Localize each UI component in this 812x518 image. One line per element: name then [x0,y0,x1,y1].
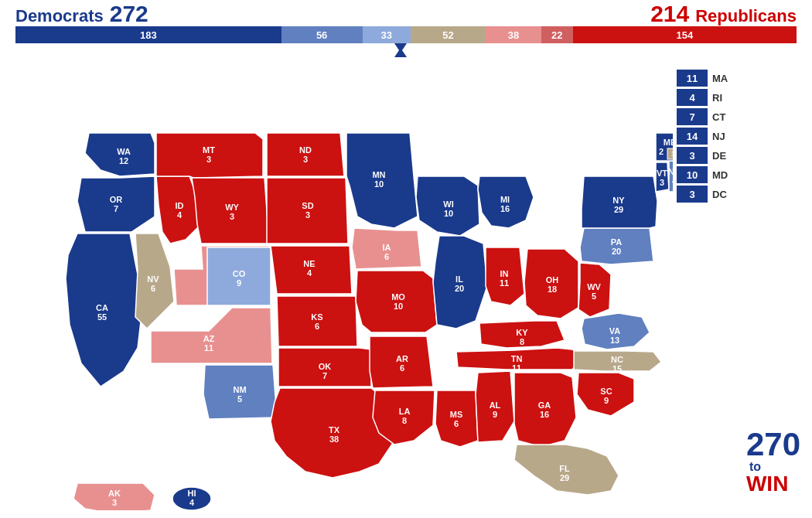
bar-arrows [15,43,797,57]
state-SD[interactable] [267,178,348,244]
bar-segment-6: 154 [573,26,797,43]
state-SC[interactable] [577,373,634,416]
state-OR[interactable] [77,176,155,232]
logo: 270 to WIN [746,428,800,495]
state-MS[interactable] [435,390,478,447]
right-state-DE[interactable]: 3DE [677,147,800,164]
right-panel: 11MA4RI7CT14NJ3DE10MD3DC 270 to WIN [677,62,808,510]
state-WA[interactable] [85,133,155,176]
state-AZ[interactable] [151,308,272,363]
rep-arrow [394,48,407,57]
logo-win: WIN [746,473,800,495]
right-state-MD[interactable]: 10MD [677,166,800,183]
state-FL[interactable] [514,445,619,495]
state-AL[interactable] [476,371,514,442]
state-KY[interactable] [479,321,565,348]
state-WI[interactable] [416,176,479,236]
state-NY[interactable] [582,176,657,228]
state-ND[interactable] [267,133,344,176]
dem-count: 272 [110,1,148,27]
state-HI[interactable] [172,487,211,510]
bar-segment-0: 183 [15,26,281,43]
logo-270: 270 [746,426,800,462]
state-MI[interactable] [478,176,534,228]
state-MT[interactable] [156,133,263,178]
state-OK[interactable] [278,348,371,387]
state-OH[interactable] [524,249,578,319]
right-state-MA[interactable]: 11MA [677,70,800,87]
state-CO[interactable] [207,247,271,305]
state-NH[interactable] [669,161,673,192]
state-WY[interactable] [192,178,269,244]
us-map-svg: WA 12 OR 7 CA 55 NV 6 ID 4 MT 3 WY 3 UT … [0,62,673,510]
state-NM[interactable] [203,365,277,419]
state-TN[interactable] [456,348,584,370]
state-NE[interactable] [271,246,352,294]
state-VT[interactable] [656,162,669,192]
right-state-NJ[interactable]: 14NJ [677,128,800,145]
state-VA[interactable] [582,313,650,349]
state-AK[interactable] [73,483,155,510]
bar-segment-2: 33 [363,26,411,43]
us-map-container: WA 12 OR 7 CA 55 NV 6 ID 4 MT 3 WY 3 UT … [0,62,673,510]
state-IL[interactable] [433,236,487,329]
bar-segment-3: 52 [411,26,486,43]
right-state-RI[interactable]: 4RI [677,89,800,106]
state-ME1-label: 1 [670,150,673,158]
state-IA[interactable] [352,228,421,269]
state-MN[interactable] [346,133,418,228]
rep-label: Republicans [695,6,797,26]
state-KS[interactable] [277,296,357,346]
bar-segment-4: 38 [486,26,541,43]
rep-count: 214 [650,1,689,27]
state-PA[interactable] [580,228,653,264]
right-state-CT[interactable]: 7CT [677,108,800,125]
state-MO[interactable] [356,271,437,332]
state-NC[interactable] [574,351,661,371]
state-CA[interactable] [66,233,143,387]
state-IN[interactable] [486,247,524,305]
state-WV[interactable] [578,263,611,317]
right-state-DC[interactable]: 3DC [677,186,800,203]
dem-label: Democrats [15,6,104,26]
bar-segment-5: 22 [541,26,573,43]
bar-segment-1: 56 [281,26,363,43]
state-AR[interactable] [370,336,433,388]
state-NV[interactable] [135,233,174,329]
state-GA[interactable] [514,373,576,447]
electoral-bar: 1835633523822154 [15,26,797,43]
